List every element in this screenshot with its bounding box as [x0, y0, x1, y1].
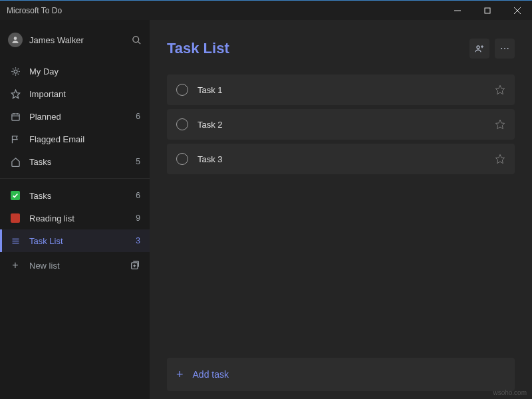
svg-rect-17 — [11, 114, 19, 120]
svg-line-13 — [17, 73, 18, 74]
sidebar-item-label: Task List — [29, 236, 136, 246]
watermark: wsoho.com — [493, 389, 527, 396]
sidebar-item-count: 6 — [136, 191, 140, 200]
svg-line-15 — [17, 68, 18, 69]
task-row[interactable]: Task 1 — [167, 74, 515, 105]
sidebar-item-label: My Day — [29, 66, 140, 76]
main-panel: Task List ⋯ Task 1 Task 2 Task 3 — [150, 20, 532, 399]
list-color-icon — [9, 191, 21, 200]
task-row[interactable]: Task 2 — [167, 109, 515, 140]
sidebar-item-important[interactable]: Important — [0, 82, 150, 105]
star-toggle[interactable] — [495, 119, 505, 130]
titlebar: Microsoft To Do — [0, 0, 532, 20]
svg-point-4 — [14, 37, 17, 40]
svg-point-5 — [133, 36, 139, 42]
sidebar-item-count: 9 — [136, 213, 140, 223]
star-toggle[interactable] — [495, 84, 505, 95]
svg-rect-1 — [485, 8, 490, 13]
sidebar-item-count: 6 — [136, 112, 140, 121]
complete-toggle[interactable] — [176, 118, 188, 130]
task-label: Task 3 — [198, 154, 495, 164]
sidebar-item-label: Reading list — [29, 213, 136, 223]
svg-marker-32 — [495, 85, 504, 94]
divider — [0, 178, 150, 179]
sidebar-item-myday[interactable]: My Day — [0, 60, 150, 82]
svg-line-14 — [13, 73, 13, 74]
svg-marker-16 — [11, 90, 20, 98]
svg-line-12 — [13, 68, 13, 69]
plus-icon: + — [176, 368, 184, 382]
flag-icon — [9, 134, 21, 144]
new-list-label: New list — [29, 261, 130, 271]
sun-icon — [9, 66, 21, 76]
sidebar-item-tasks[interactable]: Tasks 5 — [0, 150, 150, 173]
sidebar-item-reading[interactable]: Reading list 9 — [0, 207, 150, 229]
minimize-button[interactable] — [442, 1, 472, 21]
svg-point-7 — [14, 70, 17, 73]
sidebar-item-count: 5 — [136, 157, 140, 166]
sidebar-item-label: Tasks — [29, 157, 136, 167]
home-icon — [9, 157, 21, 167]
sidebar-item-flagged[interactable]: Flagged Email — [0, 128, 150, 150]
complete-toggle[interactable] — [176, 84, 188, 96]
list-color-icon — [9, 213, 21, 223]
maximize-button[interactable] — [472, 1, 502, 21]
svg-point-29 — [477, 46, 479, 49]
add-task-row[interactable]: + Add task — [167, 358, 515, 391]
more-button[interactable]: ⋯ — [495, 39, 515, 59]
task-list: Task 1 Task 2 Task 3 — [167, 74, 515, 358]
share-button[interactable] — [469, 39, 489, 59]
sidebar-item-tasklist[interactable]: Task List 3 — [0, 229, 150, 252]
add-task-label: Add task — [193, 369, 229, 380]
new-group-icon[interactable] — [130, 260, 140, 271]
list-icon — [9, 236, 21, 246]
svg-marker-34 — [495, 154, 504, 163]
sidebar-item-label: Important — [29, 89, 140, 99]
plus-icon: + — [9, 259, 21, 271]
user-name: James Walker — [29, 35, 132, 45]
list-header: Task List ⋯ — [167, 32, 515, 65]
search-icon[interactable] — [132, 35, 142, 45]
calendar-icon — [9, 112, 21, 122]
svg-line-6 — [138, 41, 140, 44]
sidebar-item-tasks-custom[interactable]: Tasks 6 — [0, 184, 150, 207]
user-row[interactable]: James Walker — [0, 20, 150, 57]
task-label: Task 1 — [198, 85, 495, 95]
sidebar-item-label: Planned — [29, 112, 136, 122]
sidebar-item-label: Tasks — [29, 191, 136, 201]
sidebar-item-count: 3 — [136, 236, 140, 245]
svg-marker-33 — [495, 120, 504, 128]
window-controls — [442, 1, 532, 21]
sidebar-item-label: Flagged Email — [29, 134, 140, 144]
star-icon — [9, 89, 21, 99]
sidebar-item-planned[interactable]: Planned 6 — [0, 105, 150, 128]
task-row[interactable]: Task 3 — [167, 144, 515, 174]
new-list-row[interactable]: + New list — [0, 252, 150, 279]
close-button[interactable] — [502, 1, 532, 21]
sidebar: James Walker My Day Important Planned 6 — [0, 20, 150, 399]
complete-toggle[interactable] — [176, 153, 188, 165]
avatar — [8, 33, 23, 47]
list-title: Task List — [167, 40, 469, 57]
task-label: Task 2 — [198, 120, 495, 130]
app-title: Microsoft To Do — [7, 6, 442, 15]
star-toggle[interactable] — [495, 154, 505, 164]
